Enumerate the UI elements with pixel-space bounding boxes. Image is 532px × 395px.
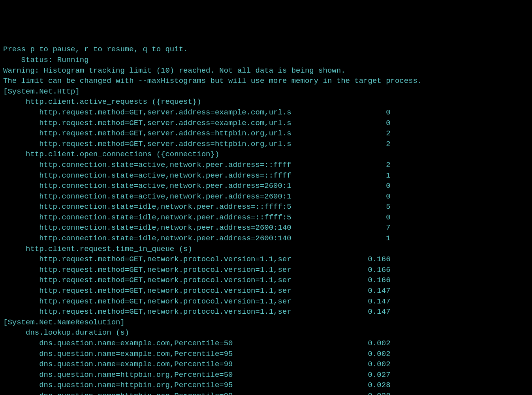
metric-row-value: 2 — [354, 128, 390, 139]
status-value: Running — [53, 56, 88, 64]
metric-row-value: 0 — [354, 191, 390, 202]
metric-row-label: http.connection.state=active,network.pee… — [3, 181, 354, 191]
metric-row-value: 2 — [354, 160, 390, 170]
metric-row-label: http.connection.state=active,network.pee… — [3, 191, 354, 202]
metric-row-value: 5 — [354, 202, 390, 212]
metric-row-label: dns.question.name=example.com,Percentile… — [3, 349, 354, 359]
warning-line-2: The limit can be changed with --maxHisto… — [3, 77, 422, 85]
metric-row-value: 0.002 — [354, 338, 390, 349]
metric-row-value: 2 — [354, 139, 390, 150]
metric-name: dns.lookup.duration (s) — [26, 328, 129, 337]
metric-row: http.request.method=GET,server.address=e… — [3, 107, 529, 118]
metric-row-value: 0.147 — [354, 286, 390, 296]
metric-row-value: 1 — [354, 233, 390, 244]
metric-row-label: http.request.method=GET,server.address=h… — [3, 139, 354, 150]
metric-row-label: http.connection.state=idle,network.peer.… — [3, 212, 354, 223]
metric-name: http.client.active_requests ({request}) — [26, 97, 201, 106]
metric-row-label: http.connection.state=idle,network.peer.… — [3, 233, 354, 244]
metric-row-label: http.request.method=GET,network.protocol… — [3, 307, 354, 317]
metric-row-value: 0 — [354, 181, 390, 191]
metric-row-label: http.request.method=GET,network.protocol… — [3, 286, 354, 296]
metric-row: http.connection.state=idle,network.peer.… — [3, 233, 529, 244]
metric-row: http.request.method=GET,server.address=e… — [3, 118, 529, 129]
metric-row-value: 0.147 — [354, 296, 390, 307]
metric-row-label: http.connection.state=active,network.pee… — [3, 170, 354, 181]
metric-row-value: 0.166 — [354, 275, 390, 286]
metric-row: http.connection.state=active,network.pee… — [3, 181, 529, 191]
metric-row-label: dns.question.name=example.com,Percentile… — [3, 359, 354, 370]
metric-row: dns.question.name=example.com,Percentile… — [3, 349, 529, 359]
metric-row-label: http.request.method=GET,server.address=h… — [3, 128, 354, 139]
metric-row-label: http.connection.state=active,network.pee… — [3, 160, 354, 170]
metric-row: dns.question.name=example.com,Percentile… — [3, 359, 529, 370]
metric-row-label: http.connection.state=idle,network.peer.… — [3, 202, 354, 212]
metric-row: http.request.method=GET,network.protocol… — [3, 307, 529, 317]
metric-row-label: http.request.method=GET,network.protocol… — [3, 254, 354, 265]
metric-row: http.request.method=GET,server.address=h… — [3, 139, 529, 150]
metric-row-value: 0.002 — [354, 359, 390, 370]
metric-row-value: 0 — [354, 118, 390, 129]
metric-row: http.connection.state=idle,network.peer.… — [3, 202, 529, 212]
metric-row-label: dns.question.name=httpbin.org,Percentile… — [3, 391, 354, 395]
metric-row-value: 0.028 — [354, 380, 390, 391]
metric-row-value: 7 — [354, 223, 390, 233]
metric-name: http.client.open_connections ({connectio… — [26, 150, 219, 159]
metric-row: http.request.method=GET,network.protocol… — [3, 286, 529, 296]
metric-row: http.request.method=GET,network.protocol… — [3, 275, 529, 286]
metric-row: http.request.method=GET,network.protocol… — [3, 296, 529, 307]
metric-row: http.connection.state=active,network.pee… — [3, 170, 529, 181]
metric-row: http.connection.state=idle,network.peer.… — [3, 223, 529, 233]
metric-row-value: 0.027 — [354, 370, 390, 380]
metric-row-value: 0.147 — [354, 307, 390, 317]
metric-row: dns.question.name=example.com,Percentile… — [3, 338, 529, 349]
metric-row: http.request.method=GET,server.address=h… — [3, 128, 529, 139]
metric-row: http.connection.state=active,network.pee… — [3, 191, 529, 202]
metric-row-label: http.request.method=GET,server.address=e… — [3, 118, 354, 129]
warning-line-1: Warning: Histogram tracking limit (10) r… — [3, 66, 346, 75]
metric-row: http.connection.state=idle,network.peer.… — [3, 212, 529, 223]
metric-row-value: 0.028 — [354, 391, 390, 395]
metric-row-value: 0.166 — [354, 254, 390, 265]
metric-name: http.client.request.time_in_queue (s) — [26, 245, 192, 253]
metric-row-label: dns.question.name=example.com,Percentile… — [3, 338, 354, 349]
metric-row-label: http.connection.state=idle,network.peer.… — [3, 223, 354, 233]
metric-row-label: http.request.method=GET,network.protocol… — [3, 296, 354, 307]
metric-row: http.connection.state=active,network.pee… — [3, 160, 529, 170]
metric-row: dns.question.name=httpbin.org,Percentile… — [3, 370, 529, 380]
metric-row-label: dns.question.name=httpbin.org,Percentile… — [3, 380, 354, 391]
metric-row-label: http.request.method=GET,server.address=e… — [3, 107, 354, 118]
metric-row: dns.question.name=httpbin.org,Percentile… — [3, 391, 529, 395]
metric-row-label: http.request.method=GET,network.protocol… — [3, 265, 354, 275]
status-label: Status: — [3, 56, 53, 64]
metric-row: http.request.method=GET,network.protocol… — [3, 254, 529, 265]
metric-row-value: 0 — [354, 107, 390, 118]
metric-row-value: 0.166 — [354, 265, 390, 275]
controls-hint: Press p to pause, r to resume, q to quit… — [3, 45, 188, 54]
group-name: [System.Net.NameResolution] — [3, 318, 125, 327]
terminal-output: Press p to pause, r to resume, q to quit… — [3, 44, 529, 395]
metric-row-value: 1 — [354, 170, 390, 181]
metric-row-label: http.request.method=GET,network.protocol… — [3, 275, 354, 286]
metric-row-label: dns.question.name=httpbin.org,Percentile… — [3, 370, 354, 380]
metric-row-value: 0 — [354, 212, 390, 223]
metric-row: dns.question.name=httpbin.org,Percentile… — [3, 380, 529, 391]
group-name: [System.Net.Http] — [3, 87, 80, 96]
metric-row: http.request.method=GET,network.protocol… — [3, 265, 529, 275]
metric-row-value: 0.002 — [354, 349, 390, 359]
